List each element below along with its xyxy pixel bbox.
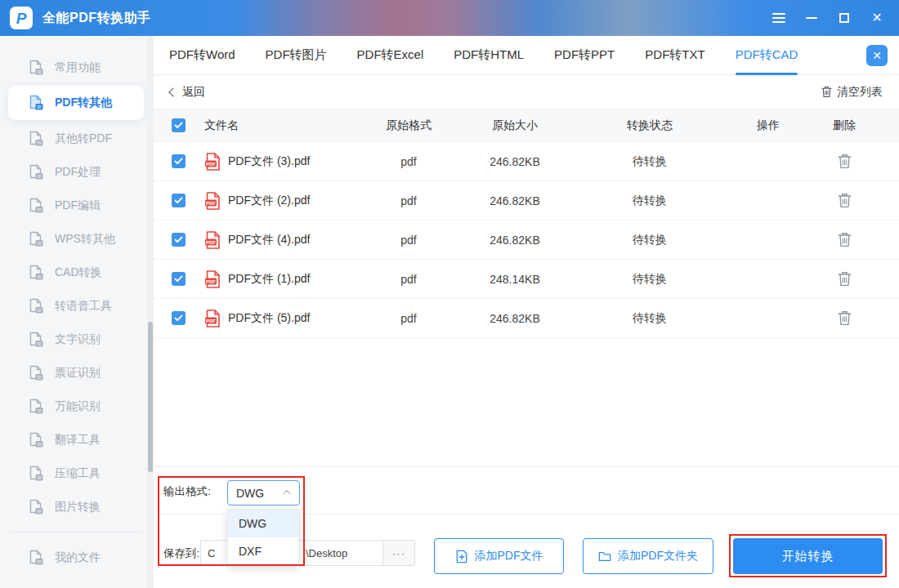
tab-pdf-to-excel[interactable]: PDF转Excel	[357, 36, 424, 75]
file-size: 246.82KB	[458, 194, 572, 207]
clear-list-button[interactable]: 清空列表	[821, 85, 883, 100]
sidebar-item-label: 常用功能	[55, 60, 101, 75]
output-format-select[interactable]: DWG	[227, 480, 300, 506]
sidebar-item-pdf-edit[interactable]: PDF编辑	[0, 189, 154, 222]
sidebar-item-pdf-process[interactable]: PDF处理	[0, 155, 154, 189]
file-status: 待转换	[572, 272, 727, 287]
column-header-delete: 删除	[809, 118, 879, 133]
row-checkbox[interactable]	[172, 194, 186, 207]
back-button[interactable]: 返回	[170, 85, 205, 100]
add-pdf-files-label: 添加PDF文件	[475, 549, 543, 564]
file-name: PDF文件 (3).pdf	[228, 154, 310, 169]
file-name: PDF文件 (1).pdf	[228, 272, 310, 287]
add-pdf-folder-button[interactable]: 添加PDF文件夹	[583, 538, 713, 574]
dropdown-option-dwg[interactable]: DWG	[228, 510, 298, 537]
text-ocr-icon	[28, 332, 44, 348]
sidebar-item-label: 图片转换	[55, 500, 101, 514]
sidebar-item-to-speech[interactable]: 转语音工具	[0, 289, 154, 323]
table-row: PDF文件 (1).pdf pdf 248.14KB 待转换	[154, 260, 899, 299]
pdf-process-icon	[28, 164, 44, 180]
check-icon	[174, 275, 183, 283]
delete-file-icon[interactable]	[838, 271, 852, 287]
sidebar-item-pdf-to-other[interactable]: PDF转其他	[8, 86, 144, 120]
file-size: 246.82KB	[458, 155, 572, 168]
chevron-up-icon	[283, 490, 291, 498]
sidebar: 常用功能 PDF转其他 其他转PDF PDF处理 PDF编辑 WPS转其他	[0, 36, 154, 588]
minimize-icon[interactable]	[804, 11, 819, 25]
sidebar-item-my-files[interactable]: 我的文件	[0, 541, 154, 574]
delete-file-icon[interactable]	[838, 232, 852, 247]
tab-pdf-to-image[interactable]: PDF转图片	[266, 36, 327, 75]
file-format: pdf	[360, 234, 458, 247]
app-logo-icon: P	[10, 7, 33, 29]
app-title: 全能PDF转换助手	[42, 10, 151, 27]
table-row: PDF文件 (3).pdf pdf 246.82KB 待转换	[154, 142, 899, 181]
sidebar-item-image-convert[interactable]: 图片转换	[0, 490, 154, 523]
pdf-file-icon	[204, 192, 221, 210]
tab-pdf-to-word[interactable]: PDF转Word	[169, 36, 235, 75]
file-status: 待转换	[572, 194, 727, 208]
save-path-prefix: C	[208, 547, 215, 559]
tab-pdf-to-ppt[interactable]: PDF转PPT	[554, 36, 615, 75]
trash-icon	[821, 86, 832, 98]
row-checkbox[interactable]	[172, 272, 186, 286]
sidebar-item-universal-ocr[interactable]: 万能识别	[0, 390, 154, 423]
start-convert-label: 开始转换	[782, 549, 834, 564]
maximize-icon[interactable]	[837, 11, 852, 25]
file-format: pdf	[360, 194, 458, 207]
image-convert-icon	[28, 499, 44, 515]
table-row: PDF文件 (5).pdf pdf 246.82KB 待转换	[154, 299, 899, 338]
sidebar-item-label: 翻译工具	[55, 433, 101, 448]
tab-pdf-to-cad[interactable]: PDF转CAD	[736, 36, 798, 75]
close-icon[interactable]: ✕	[870, 11, 884, 25]
add-pdf-files-button[interactable]: 添加PDF文件	[434, 538, 564, 574]
menu-icon[interactable]	[772, 11, 786, 25]
file-status: 待转换	[572, 154, 727, 169]
tab-bar: PDF转Word PDF转图片 PDF转Excel PDF转HTML PDF转P…	[154, 36, 899, 75]
sidebar-item-label: PDF处理	[55, 165, 101, 180]
browse-button[interactable]: ···	[382, 540, 415, 566]
delete-file-icon[interactable]	[838, 310, 852, 326]
tab-pdf-to-txt[interactable]: PDF转TXT	[645, 36, 704, 75]
sidebar-item-other-to-pdf[interactable]: 其他转PDF	[0, 122, 154, 155]
dropdown-option-dxf[interactable]: DXF	[228, 537, 298, 565]
sidebar-item-ticket-ocr[interactable]: 票证识别	[0, 356, 154, 390]
sidebar-item-translate[interactable]: 翻译工具	[0, 423, 154, 457]
file-name: PDF文件 (4).pdf	[228, 233, 310, 247]
file-size: 248.14KB	[458, 273, 572, 286]
pdf-file-icon	[204, 153, 221, 171]
sidebar-item-wps-to-other[interactable]: WPS转其他	[0, 222, 154, 256]
start-convert-button[interactable]: 开始转换	[733, 538, 883, 574]
common-features-icon	[28, 60, 44, 76]
translate-icon	[28, 432, 44, 448]
tab-close-button[interactable]: ✕	[866, 45, 888, 66]
file-name: PDF文件 (2).pdf	[228, 194, 310, 208]
table-header: 文件名 原始格式 原始大小 转换状态 操作 删除	[154, 109, 899, 142]
check-icon	[174, 197, 183, 204]
sidebar-item-label: 文字识别	[55, 332, 101, 347]
table-row: PDF文件 (4).pdf pdf 246.82KB 待转换	[154, 220, 899, 260]
title-bar: P 全能PDF转换助手 ✕	[0, 0, 899, 36]
sidebar-item-cad-convert[interactable]: CAD转换	[0, 256, 154, 289]
sidebar-divider	[11, 532, 141, 532]
file-format: pdf	[360, 273, 458, 286]
sidebar-scrollbar[interactable]	[147, 36, 154, 588]
sidebar-item-label: WPS转其他	[55, 232, 115, 247]
delete-file-icon[interactable]	[838, 193, 852, 208]
delete-file-icon[interactable]	[838, 154, 852, 169]
tab-pdf-to-html[interactable]: PDF转HTML	[454, 36, 524, 75]
scrollbar-thumb[interactable]	[148, 322, 153, 472]
sidebar-item-compress[interactable]: 压缩工具	[0, 457, 154, 490]
logo-letter: P	[16, 11, 27, 26]
row-checkbox[interactable]	[172, 154, 186, 168]
row-checkbox[interactable]	[172, 311, 186, 325]
to-speech-icon	[28, 298, 44, 314]
sidebar-item-text-ocr[interactable]: 文字识别	[0, 323, 154, 356]
select-all-checkbox[interactable]	[172, 118, 186, 132]
pdf-to-other-icon	[28, 95, 44, 111]
check-icon	[174, 122, 183, 129]
compress-icon	[28, 466, 44, 482]
column-header-action: 操作	[727, 118, 809, 133]
sidebar-item-common-features[interactable]: 常用功能	[0, 51, 154, 84]
row-checkbox[interactable]	[172, 233, 186, 247]
